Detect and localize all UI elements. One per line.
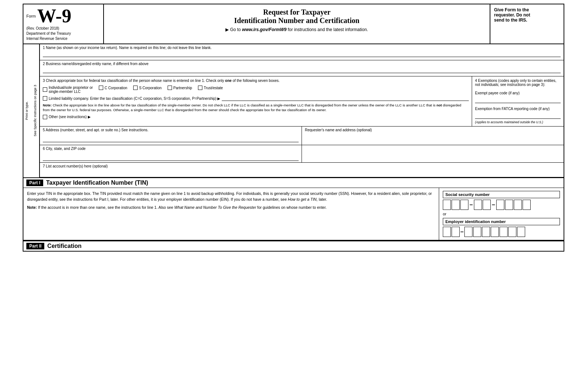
ein-cell-2[interactable]: [452, 227, 460, 237]
check-partnership: Partnership: [168, 86, 192, 90]
side-label: Print or type. See Specific Instructions…: [23, 44, 40, 177]
checkbox-s-corp[interactable]: [133, 86, 138, 90]
goto-prefix: ▶ Go to: [225, 27, 242, 32]
field-1-row: 1 Name (as shown on your income tax retu…: [40, 44, 564, 60]
form-rev: (Rev. October 2018): [26, 26, 100, 30]
ein-cell-3[interactable]: [464, 227, 472, 237]
body-wrapper: Print or type. See Specific Instructions…: [23, 44, 564, 177]
or-text: or: [443, 212, 560, 216]
main-fields: 1 Name (as shown on your income tax retu…: [40, 44, 564, 177]
ein-cell-4[interactable]: [473, 227, 481, 237]
form-goto: ▶ Go to www.irs.gov/FormW9 for instructi…: [111, 27, 482, 32]
check-trust: Trust/estate: [198, 86, 223, 90]
field-2-row: 2 Business name/disregarded entity name,…: [40, 60, 564, 76]
check-s-corp: S Corporation: [133, 86, 162, 90]
part-1-paragraph-1: Enter your TIN in the appropriate box. T…: [27, 191, 435, 203]
part-1-header-row: Part I Taxpayer Identification Number (T…: [23, 177, 564, 188]
part-2-label: Part II: [26, 243, 44, 249]
section-3: 3 Check appropriate box for federal tax …: [40, 76, 472, 126]
section-6: 6 City, state, and ZIP code: [40, 145, 564, 163]
section-6-right: [302, 145, 564, 162]
field-2-label: 2 Business name/disregarded entity name,…: [43, 62, 561, 66]
requester-label: Requester's name and address (optional): [305, 128, 561, 132]
checkbox-trust[interactable]: [198, 86, 202, 90]
ein-cell-7[interactable]: [500, 227, 508, 237]
ssn-cell-4[interactable]: [474, 200, 482, 210]
exempt-input[interactable]: [475, 97, 561, 103]
right-line1: Give Form to the: [494, 7, 560, 12]
fatca-applies: (Applies to accounts maintained outside …: [475, 120, 561, 124]
check-individual: Individual/sole proprietor orsingle-memb…: [43, 86, 93, 94]
section-5: 5 Address (number, street, and apt. or s…: [40, 127, 302, 145]
llc-row: Limited liability company. Enter the tax…: [43, 96, 469, 101]
form-header: Form W-9 (Rev. October 2018) Department …: [23, 4, 564, 44]
ssn-cell-5[interactable]: [483, 200, 491, 210]
other-row: Other (see instructions) ▶: [43, 115, 469, 119]
ein-boxes: –: [443, 227, 560, 237]
exempt-label: Exempt payee code (if any): [475, 91, 561, 95]
field-6-input[interactable]: [43, 154, 299, 161]
ssn-cell-8[interactable]: [514, 200, 522, 210]
form-title-line1: Request for Taxpayer: [111, 8, 482, 16]
field-6-label: 6 City, state, and ZIP code: [43, 147, 299, 151]
ssn-cell-9[interactable]: [523, 200, 531, 210]
ssn-boxes: – –: [443, 200, 560, 210]
classification-row-1: Individual/sole proprietor orsingle-memb…: [43, 86, 469, 94]
checkbox-c-corp[interactable]: [99, 86, 103, 90]
field-5-input[interactable]: [43, 136, 299, 142]
fatca-label: Exemption from FATCA reporting code (if …: [475, 107, 561, 111]
part-2-header-row: Part II Certification: [23, 241, 564, 251]
field-1-input[interactable]: [43, 50, 561, 57]
ein-cell-9[interactable]: [517, 227, 525, 237]
label-partnership: Partnership: [173, 86, 192, 90]
form-label: Form: [26, 14, 36, 18]
ssn-cell-2[interactable]: [452, 200, 460, 210]
ssn-cell-1[interactable]: [443, 200, 451, 210]
ssn-dash-1: –: [470, 201, 473, 208]
part-1-title: Taxpayer Identification Number (TIN): [46, 180, 148, 186]
ssn-cell-3[interactable]: [460, 200, 468, 210]
checkbox-llc[interactable]: [43, 96, 47, 101]
goto-url: www.irs.gov/FormW9: [242, 27, 287, 32]
field-7-label: 7 List account number(s) here (optional): [43, 164, 561, 168]
checkbox-individual[interactable]: [43, 87, 47, 92]
ssn-cell-7[interactable]: [505, 200, 513, 210]
checkbox-partnership[interactable]: [168, 86, 172, 90]
ein-group-2: [464, 227, 525, 237]
section-requester: Requester's name and address (optional): [302, 127, 564, 145]
section-4: 4 Exemptions (codes apply only to certai…: [472, 76, 564, 126]
ein-cell-5[interactable]: [482, 227, 490, 237]
llc-input-line[interactable]: [222, 96, 469, 101]
classification-note: Note: Check the appropriate box in the l…: [43, 103, 469, 113]
section-3-4: 3 Check appropriate box for federal tax …: [40, 76, 564, 127]
ssn-label: Social security number: [443, 191, 560, 198]
ein-group-1: [443, 227, 460, 237]
label-s-corp: S Corporation: [139, 86, 162, 90]
ein-cell-8[interactable]: [508, 227, 516, 237]
ssn-cell-6[interactable]: [496, 200, 504, 210]
side-label-text: Print or type. See Specific Instructions…: [25, 85, 38, 136]
section-7: 7 List account number(s) here (optional): [40, 163, 564, 177]
right-line2: requester. Do not: [494, 12, 560, 18]
ein-cell-6[interactable]: [491, 227, 499, 237]
field-2-input[interactable]: [43, 67, 561, 73]
llc-text: Limited liability company. Enter the tax…: [49, 97, 220, 101]
ssn-dash-2: –: [492, 201, 495, 208]
ein-cell-1[interactable]: [443, 227, 451, 237]
ssn-group-1: [443, 200, 468, 210]
label-c-corp: C Corporation: [105, 86, 127, 90]
section-6-left: 6 City, state, and ZIP code: [40, 145, 302, 162]
part-1-body: Enter your TIN in the appropriate box. T…: [23, 188, 564, 241]
field-5-label: 5 Address (number, street, and apt. or s…: [43, 128, 299, 132]
ein-dash: –: [460, 229, 464, 235]
field-1-label: 1 Name (as shown on your income tax retu…: [43, 46, 561, 50]
goto-rest: for instructions and the latest informat…: [287, 27, 368, 32]
field-4-label: 4 Exemptions (codes apply only to certai…: [475, 79, 561, 87]
label-trust: Trust/estate: [204, 86, 223, 90]
form-number: W-9: [37, 7, 71, 26]
ein-label: Employer identification number: [443, 218, 560, 225]
checkbox-other[interactable]: [43, 115, 47, 119]
fatca-input[interactable]: [475, 112, 561, 119]
part-2-title: Certification: [47, 243, 81, 249]
fatca-group: Exemption from FATCA reporting code (if …: [475, 107, 561, 119]
